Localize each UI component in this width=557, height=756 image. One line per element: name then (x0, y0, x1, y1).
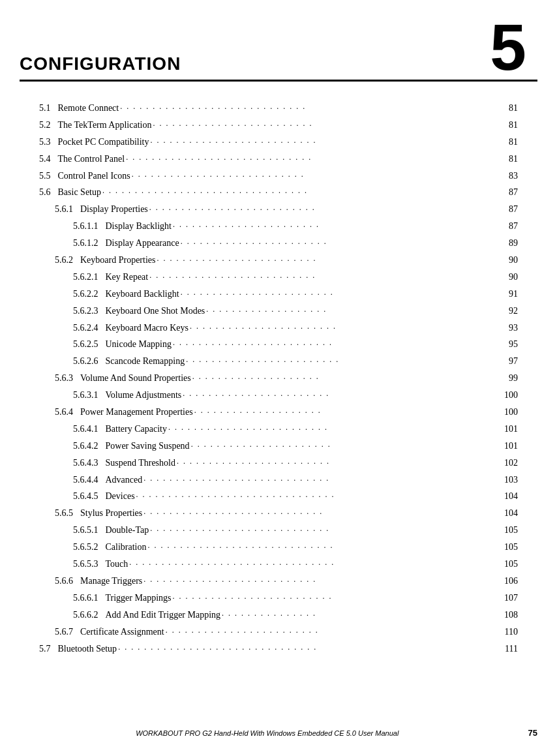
toc-entry-5.6.6.1: 5.6.6.1 Trigger Mappings . . . . . . . .… (39, 590, 518, 607)
toc-entry-5.6.4.1: 5.6.4.1 Battery Capacity . . . . . . . .… (39, 421, 518, 438)
toc-entry-5.6.1.2: 5.6.1.2 Display Appearance . . . . . . .… (39, 235, 518, 252)
toc-entry-5.6.3: 5.6.3 Volume And Sound Properties . . . … (39, 370, 518, 387)
toc-number: 5.6.5 (55, 505, 78, 522)
toc-label: Calibration (106, 539, 147, 556)
toc-entry-5.1: 5.1 Remote Connect . . . . . . . . . . .… (39, 100, 518, 117)
toc-entry-5.6.2: 5.6.2 Keyboard Properties . . . . . . . … (39, 252, 518, 269)
toc-dots: . . . . . . . . . . . . . . . . . . . . … (173, 592, 504, 601)
toc-label: The TekTerm Application (58, 117, 152, 134)
toc-dots: . . . . . . . . . . . . . . . . . . . . … (168, 423, 503, 432)
toc-number: 5.6.4.3 (73, 455, 103, 472)
chapter-title-area: CONFIGURATION (20, 12, 479, 80)
toc-dots-inner: . . . . . . . . . . . . . . . . . . . . … (129, 558, 503, 566)
toc-page: 105 (504, 539, 518, 556)
toc-dots-inner: . . . . . . . . . . . . . . . . . . . . … (157, 254, 507, 262)
toc-entry-5.6.3.1: 5.6.3.1 Volume Adjustments . . . . . . .… (39, 387, 518, 404)
toc-label: Volume And Sound Properties (80, 370, 191, 387)
toc-page: 90 (509, 269, 518, 286)
toc-number: 5.6.4.5 (73, 488, 103, 505)
toc-content: 5.1 Remote Connect . . . . . . . . . . .… (39, 100, 518, 657)
toc-page: 104 (504, 505, 518, 522)
toc-dots-inner: . . . . . . . . . . . . . . . . . . . . … (191, 440, 503, 448)
toc-page: 87 (509, 218, 518, 235)
toc-label: Power Saving Suspend (106, 438, 190, 455)
toc-dots: . . . . . . . . . . . . . . . . . . . . … (181, 288, 507, 297)
toc-dots-inner: . . . . . . . . . . . . . . . . . . . . … (183, 389, 503, 397)
toc-dots: . . . . . . . . . . . . . . . . . . . . … (166, 626, 504, 635)
toc-page: 104 (504, 488, 518, 505)
toc-dots-inner: . . . . . . . . . . . . . . . . . . . . … (150, 524, 503, 532)
toc-page: 105 (504, 522, 518, 539)
toc-dots: . . . . . . . . . . . . . . . . . . . . … (136, 491, 503, 499)
toc-dots-inner: . . . . . . . . . . . . . . . . . . . . (194, 406, 503, 414)
toc-page: 87 (509, 201, 518, 218)
toc-label: Keyboard One Shot Modes (106, 303, 205, 320)
toc-label: Bluetooth Setup (58, 641, 117, 658)
toc-dots-inner: . . . . . . . . . . . . . . . . . . . . … (149, 271, 507, 279)
toc-entry-5.6.4.4: 5.6.4.4 Advanced . . . . . . . . . . . .… (39, 472, 518, 489)
toc-dots-inner: . . . . . . . . . . . . . . . . . . . . … (190, 322, 507, 330)
toc-number: 5.6.3 (55, 370, 78, 387)
toc-dots: . . . . . . . . . . . . . . . . . . . . … (173, 339, 507, 347)
toc-number: 5.6 (39, 184, 55, 201)
toc-page: 81 (509, 100, 518, 117)
toc-number: 5.6.2.5 (73, 336, 103, 353)
toc-dots: . . . . . . . . . . . . . . . . . . . . … (129, 558, 503, 567)
toc-number: 5.6.4.4 (73, 472, 103, 489)
footer-text: WORKABOUT PRO G2 Hand-Held With Windows … (20, 729, 515, 737)
toc-dots: . . . . . . . . . . . . . . . . . . . . … (153, 119, 507, 128)
toc-number: 5.7 (39, 641, 55, 658)
toc-number: 5.6.5.1 (73, 522, 103, 539)
toc-page: 89 (509, 235, 518, 252)
toc-entry-5.6.4: 5.6.4 Power Management Properties . . . … (39, 404, 518, 421)
toc-page: 103 (504, 472, 518, 489)
toc-dots-inner: . . . . . . . . . . . . . . . . . . . . … (126, 153, 507, 161)
toc-number: 5.4 (39, 151, 55, 168)
toc-dots: . . . . . . . . . . . . . . . . . . . . … (157, 254, 507, 263)
chapter-header: CONFIGURATION 5 (20, 0, 537, 82)
toc-entry-5.4: 5.4 The Control Panel . . . . . . . . . … (39, 151, 518, 168)
toc-page: 102 (504, 455, 518, 472)
toc-page: 111 (505, 641, 518, 658)
page-footer: WORKABOUT PRO G2 Hand-Held With Windows … (20, 728, 537, 738)
toc-label: Control Panel Icons (58, 168, 130, 185)
toc-entry-5.6.4.2: 5.6.4.2 Power Saving Suspend . . . . . .… (39, 438, 518, 455)
toc-page: 107 (504, 590, 518, 607)
toc-label: Battery Capacity (106, 421, 167, 438)
toc-dots: . . . . . . . . . . . . . . . . . . . . … (120, 102, 507, 111)
toc-dots-inner: . . . . . . . . . . . . . . . . . . . . … (143, 507, 503, 515)
toc-label: Display Properties (80, 201, 148, 218)
toc-entry-5.7: 5.7 Bluetooth Setup . . . . . . . . . . … (39, 641, 518, 658)
toc-label: Display Appearance (106, 235, 179, 252)
toc-dots-inner: . . . . . . . . . . . . . . . . . . . . … (136, 491, 503, 498)
toc-label: Trigger Mappings (106, 590, 172, 607)
toc-entry-5.6.2.5: 5.6.2.5 Unicode Mapping . . . . . . . . … (39, 336, 518, 353)
toc-entry-5.2: 5.2 The TekTerm Application . . . . . . … (39, 117, 518, 134)
toc-dots-inner: . . . . . . . . . . . . . . . . . . . . … (102, 187, 507, 194)
toc-dots: . . . . . . . . . . . . . . . . . . . . … (150, 524, 503, 533)
toc-label: Keyboard Properties (80, 252, 155, 269)
toc-dots-inner: . . . . . . . . . . . . . . . . . . . . … (120, 102, 507, 110)
toc-entry-5.6.2.2: 5.6.2.2 Keyboard Backlight . . . . . . .… (39, 286, 518, 303)
toc-dots: . . . . . . . . . . . . . . . . . . . . … (173, 220, 507, 229)
toc-page: 100 (504, 404, 518, 421)
toc-number: 5.6.5.3 (73, 556, 103, 573)
toc-number: 5.6.5.2 (73, 539, 103, 556)
chapter-number-area: 5 (479, 12, 537, 80)
toc-dots: . . . . . . . . . . . . . . . . . . . . … (181, 237, 507, 246)
toc-label: Keyboard Macro Keys (106, 320, 189, 337)
toc-number: 5.6.3.1 (73, 387, 103, 404)
toc-label: Pocket PC Compatibility (58, 134, 149, 151)
toc-entry-5.6.5.2: 5.6.5.2 Calibration . . . . . . . . . . … (39, 539, 518, 556)
toc-dots-inner: . . . . . . . . . . . . . . . . . . . . … (173, 592, 504, 600)
toc-dots: . . . . . . . . . . . . . . . . . . . . … (118, 643, 504, 652)
toc-dots-inner: . . . . . . . . . . . . . . . . . . . . (192, 372, 507, 380)
toc-entry-5.3: 5.3 Pocket PC Compatibility . . . . . . … (39, 134, 518, 151)
toc-dots-inner: . . . . . . . . . . . . . . . . . . . . … (181, 288, 507, 296)
toc-page: 97 (509, 353, 518, 370)
toc-dots-inner: . . . . . . . . . . . . . . . . . . . . … (166, 626, 504, 634)
toc-label: Touch (106, 556, 128, 573)
toc-dots-inner: . . . . . . . . . . . . . . . . . . . . … (173, 339, 507, 346)
toc-dots: . . . . . . . . . . . . . . . . . . . . … (143, 575, 503, 584)
toc-entry-5.6.4.5: 5.6.4.5 Devices . . . . . . . . . . . . … (39, 488, 518, 505)
